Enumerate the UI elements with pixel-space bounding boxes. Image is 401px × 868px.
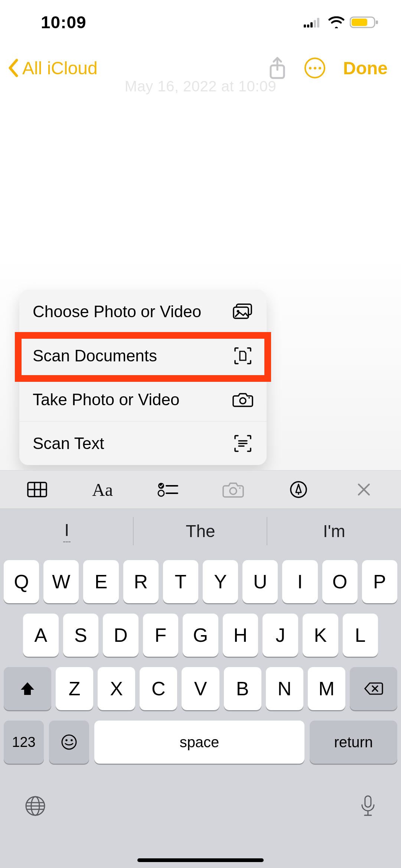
status-bar: 10:09 <box>0 0 401 45</box>
table-icon <box>27 482 47 497</box>
svg-point-13 <box>248 397 250 399</box>
menu-scan-documents[interactable]: Scan Documents <box>19 334 267 377</box>
camera-icon <box>222 481 244 498</box>
key-b[interactable]: B <box>224 667 261 710</box>
key-y[interactable]: Y <box>203 560 238 603</box>
keyboard-row-2: A S D F G H J K L <box>4 614 397 657</box>
keyboard-suggestions: I The I'm <box>0 509 401 553</box>
menu-item-label: Take Photo or Video <box>33 390 179 409</box>
text-format-button[interactable]: Aa <box>73 473 132 506</box>
key-z[interactable]: Z <box>56 667 93 710</box>
key-c[interactable]: C <box>140 667 177 710</box>
svg-rect-0 <box>304 25 306 27</box>
doc-scan-icon <box>232 345 253 366</box>
wifi-icon <box>328 16 345 28</box>
globe-button[interactable] <box>25 795 46 817</box>
key-s[interactable]: S <box>63 614 99 657</box>
suggestion-3[interactable]: I'm <box>267 509 401 553</box>
key-m[interactable]: M <box>308 667 345 710</box>
checklist-icon <box>157 482 178 497</box>
markup-button[interactable] <box>269 473 328 506</box>
svg-point-25 <box>230 488 237 494</box>
keyboard: Q W E R T Y U I O P A S D F G H J K L Z … <box>0 553 401 868</box>
key-j[interactable]: J <box>263 614 298 657</box>
key-q[interactable]: Q <box>4 560 39 603</box>
key-g[interactable]: G <box>183 614 218 657</box>
key-l[interactable]: L <box>343 614 378 657</box>
battery-icon <box>350 16 379 29</box>
backspace-icon <box>364 682 383 696</box>
globe-icon <box>25 795 46 817</box>
keyboard-bottom-row <box>4 774 397 830</box>
more-button[interactable] <box>304 58 325 78</box>
key-i[interactable]: I <box>282 560 317 603</box>
key-a[interactable]: A <box>23 614 59 657</box>
keyboard-row-1: Q W E R T Y U I O P <box>4 560 397 603</box>
key-space[interactable]: space <box>94 721 304 764</box>
home-indicator[interactable] <box>137 858 264 862</box>
svg-rect-6 <box>352 19 367 26</box>
aa-icon: Aa <box>92 479 113 500</box>
text-scan-icon <box>232 433 253 454</box>
camera-attachment-button[interactable] <box>203 473 263 506</box>
menu-choose-photo-video[interactable]: Choose Photo or Video <box>19 290 267 334</box>
key-e[interactable]: E <box>83 560 118 603</box>
clock: 10:09 <box>41 12 87 32</box>
menu-item-label: Choose Photo or Video <box>33 302 201 321</box>
menu-item-label: Scan Text <box>33 434 104 453</box>
svg-rect-3 <box>314 20 316 27</box>
shift-icon <box>19 681 36 696</box>
svg-rect-7 <box>376 20 378 24</box>
back-button[interactable]: All iCloud <box>7 58 98 78</box>
key-h[interactable]: H <box>223 614 258 657</box>
key-r[interactable]: R <box>123 560 159 603</box>
svg-point-34 <box>65 739 68 741</box>
menu-take-photo-video[interactable]: Take Photo or Video <box>19 377 267 421</box>
key-shift[interactable] <box>4 667 51 710</box>
insert-table-button[interactable] <box>7 473 67 506</box>
svg-point-23 <box>158 490 164 496</box>
key-return[interactable]: return <box>310 721 397 764</box>
svg-point-26 <box>239 487 241 489</box>
emoji-icon <box>61 734 77 750</box>
keyboard-row-3: Z X C V B N M <box>4 667 397 710</box>
close-toolbar-button[interactable] <box>334 473 394 506</box>
key-w[interactable]: W <box>43 560 79 603</box>
done-button[interactable]: Done <box>343 58 388 78</box>
key-o[interactable]: O <box>322 560 358 603</box>
camera-icon <box>232 389 253 410</box>
dictation-button[interactable] <box>359 794 376 817</box>
key-f[interactable]: F <box>143 614 179 657</box>
note-date: May 16, 2022 at 10:09 <box>0 78 401 95</box>
back-label: All iCloud <box>22 58 98 78</box>
svg-point-12 <box>240 398 246 404</box>
menu-item-label: Scan Documents <box>33 347 157 365</box>
cellular-signal-icon <box>304 17 323 27</box>
svg-point-35 <box>71 739 73 741</box>
checklist-button[interactable] <box>138 473 198 506</box>
close-icon <box>356 482 371 497</box>
key-t[interactable]: T <box>163 560 198 603</box>
markup-icon <box>290 481 307 498</box>
key-d[interactable]: D <box>103 614 138 657</box>
key-k[interactable]: K <box>303 614 338 657</box>
key-backspace[interactable] <box>350 667 397 710</box>
key-u[interactable]: U <box>242 560 278 603</box>
format-toolbar: Aa <box>0 470 401 509</box>
ellipsis-icon <box>309 67 321 69</box>
keyboard-row-4: 123 space return <box>4 721 397 764</box>
menu-scan-text[interactable]: Scan Text <box>19 421 267 465</box>
key-p[interactable]: P <box>362 560 397 603</box>
suggestion-2[interactable]: The <box>134 509 267 553</box>
key-numbers[interactable]: 123 <box>4 721 44 764</box>
key-n[interactable]: N <box>266 667 303 710</box>
key-x[interactable]: X <box>98 667 135 710</box>
key-v[interactable]: V <box>182 667 219 710</box>
svg-rect-1 <box>307 25 309 27</box>
key-emoji[interactable] <box>49 721 89 764</box>
status-right <box>304 16 379 29</box>
suggestion-1[interactable]: I <box>0 509 134 553</box>
svg-rect-41 <box>365 796 371 807</box>
share-button[interactable] <box>268 56 287 79</box>
mic-icon <box>359 794 376 817</box>
